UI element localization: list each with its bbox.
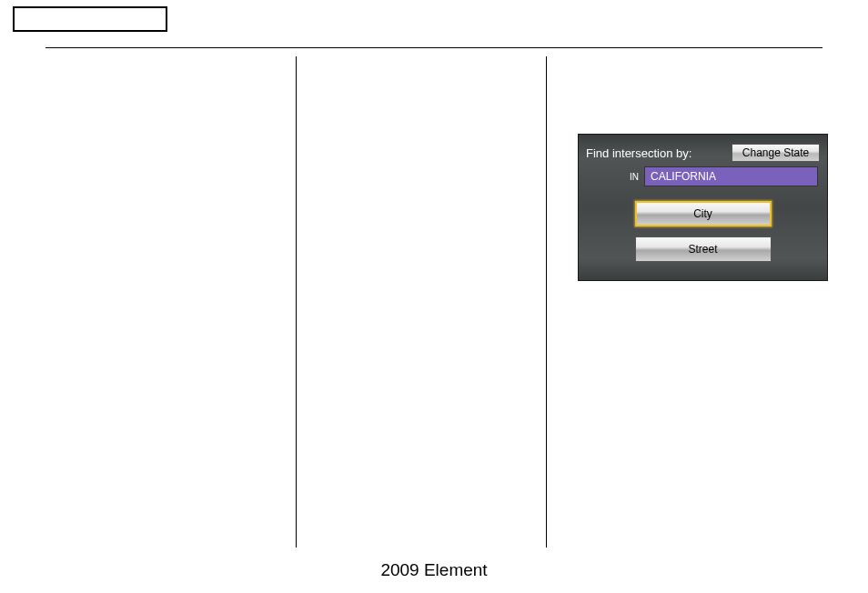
find-intersection-title: Find intersection by: xyxy=(586,146,691,160)
city-button[interactable]: City xyxy=(635,201,772,226)
state-row: IN CALIFORNIA xyxy=(586,166,820,186)
in-label: IN xyxy=(630,172,639,182)
state-field[interactable]: CALIFORNIA xyxy=(644,166,818,186)
city-button-label: City xyxy=(693,207,712,220)
nav-find-intersection-screen: Find intersection by: Change State IN CA… xyxy=(578,134,828,281)
page-footer: 2009 Element xyxy=(0,560,868,580)
change-state-label: Change State xyxy=(742,146,809,159)
street-button-label: Street xyxy=(688,243,717,256)
header-placeholder-box xyxy=(13,6,167,32)
column-divider xyxy=(296,56,297,548)
nav-header-row: Find intersection by: Change State xyxy=(586,144,820,162)
state-value-text: CALIFORNIA xyxy=(651,170,716,183)
column-divider xyxy=(546,56,547,548)
change-state-button[interactable]: Change State xyxy=(732,144,820,162)
street-button[interactable]: Street xyxy=(635,236,772,262)
horizontal-divider xyxy=(45,47,823,48)
